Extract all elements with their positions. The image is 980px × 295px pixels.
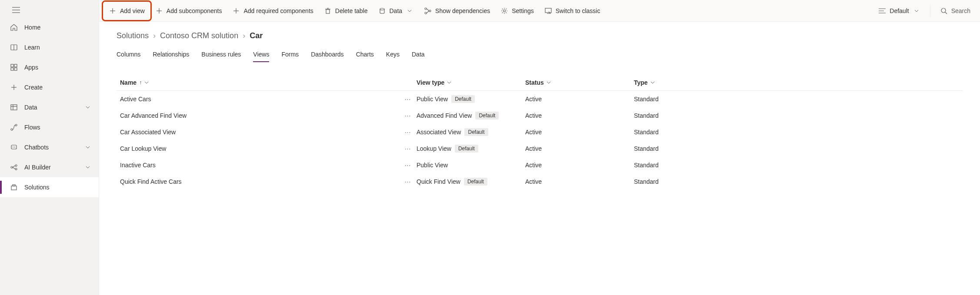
svg-rect-5 [11,64,13,67]
default-badge: Default [455,145,478,152]
svg-rect-8 [14,68,17,70]
row-more-button[interactable]: ··· [399,129,417,136]
col-header-viewtype[interactable]: View type [417,79,451,86]
sidebar-item-data[interactable]: Data [0,97,99,117]
table-row[interactable]: Quick Find Active Cars ··· Quick Find Vi… [117,173,963,190]
tab-dashboards[interactable]: Dashboards [311,48,344,62]
row-more-button[interactable]: ··· [399,178,417,185]
cell-name: Car Lookup View [117,145,399,152]
cell-status: Active [525,178,634,185]
col-type-label: Type [634,79,648,86]
tab-charts[interactable]: Charts [356,48,374,62]
svg-point-20 [15,165,17,166]
command-bar: Add view Add subcomponents Add required … [99,0,980,22]
sidebar-item-label: Home [24,24,90,31]
plus-icon [109,7,117,15]
sidebar-item-learn[interactable]: Learn [0,37,99,57]
sidebar-item-solutions[interactable]: Solutions [0,177,99,197]
chevron-down-icon [913,7,920,15]
cell-type: Standard [634,112,743,119]
hamburger-button[interactable] [0,3,99,17]
tab-forms[interactable]: Forms [281,48,299,62]
table-row[interactable]: Car Advanced Find View ··· Advanced Find… [117,107,963,124]
cmd-label: Add view [120,7,145,14]
sidebar-item-apps[interactable]: Apps [0,57,99,77]
svg-point-46 [941,8,946,13]
row-more-button[interactable]: ··· [399,96,417,103]
svg-rect-16 [11,145,17,149]
deps-icon [424,7,432,15]
cell-name: Active Cars [117,96,399,103]
cell-viewtype: Lookup View Default [417,145,525,152]
breadcrumb-contoso-crm-solution[interactable]: Contoso CRM solution [160,31,238,40]
data-button[interactable]: Data [374,3,418,19]
chevron-down-icon [86,166,90,169]
list-icon [878,7,886,15]
plus-icon [232,7,240,15]
svg-line-47 [945,12,947,14]
table-row[interactable]: Car Associated View ··· Associated View … [117,124,963,140]
table-row[interactable]: Inactive Cars ··· Public View Active Sta… [117,157,963,173]
default-badge: Default [475,112,499,119]
cmd-label: Data [390,7,403,14]
settings-button[interactable]: Settings [496,3,538,19]
cell-name: Quick Find Active Cars [117,178,399,185]
breadcrumb-separator: › [153,31,156,40]
tab-views[interactable]: Views [253,48,269,62]
home-icon [10,23,18,32]
col-header-name[interactable]: Name ↑ [120,79,149,86]
cell-name: Inactive Cars [117,162,399,169]
tab-relationships[interactable]: Relationships [153,48,189,62]
add-required-button[interactable]: Add required components [228,3,317,19]
sidebar-item-home[interactable]: Home [0,17,99,37]
tab-keys[interactable]: Keys [386,48,400,62]
cell-type: Standard [634,96,743,103]
cmd-label: Switch to classic [556,7,600,14]
row-more-button[interactable]: ··· [399,162,417,169]
chatbot-icon [10,143,18,152]
tab-columns[interactable]: Columns [117,48,140,62]
sidebar-item-chatbots[interactable]: Chatbots [0,137,99,157]
left-nav: Home Learn Apps Create Data Flows Chatbo… [0,0,99,295]
sidebar-item-create[interactable]: Create [0,77,99,97]
svg-point-18 [14,147,15,148]
breadcrumb-car: Car [250,31,263,40]
main-area: Add view Add subcomponents Add required … [99,0,980,295]
add-view-button[interactable]: Add view [104,3,149,19]
table-row[interactable]: Car Lookup View ··· Lookup View Default … [117,140,963,157]
sidebar-item-flows[interactable]: Flows [0,117,99,137]
switch-classic-button[interactable]: Switch to classic [540,3,605,19]
breadcrumb-solutions[interactable]: Solutions [117,31,149,40]
chevron-down-icon [144,81,149,84]
svg-rect-32 [326,10,330,13]
sidebar-item-label: Data [24,104,86,111]
show-deps-button[interactable]: Show dependencies [420,3,494,19]
app-root: Home Learn Apps Create Data Flows Chatbo… [0,0,980,295]
sidebar-item-label: AI Builder [24,164,86,171]
svg-rect-25 [13,185,15,186]
chevron-down-icon [86,106,90,109]
search-box[interactable]: Search [936,3,975,19]
add-subcomponents-button[interactable]: Add subcomponents [151,3,227,19]
tab-business-rules[interactable]: Business rules [201,48,241,62]
col-header-type[interactable]: Type [634,79,655,86]
default-badge: Default [464,128,488,136]
svg-point-19 [11,166,13,168]
col-header-status[interactable]: Status [525,79,551,86]
delete-table-button[interactable]: Delete table [320,3,372,19]
cell-viewtype: Quick Find View Default [417,178,525,186]
tab-data[interactable]: Data [412,48,425,62]
view-selector[interactable]: Default [874,3,924,19]
apps-icon [10,63,18,72]
solutions-icon [10,183,18,192]
sidebar-item-label: Learn [24,44,90,51]
row-more-button[interactable]: ··· [399,112,417,119]
cell-viewtype: Advanced Find View Default [417,112,525,119]
svg-rect-42 [545,8,551,13]
row-more-button[interactable]: ··· [399,145,417,152]
table-row[interactable]: Active Cars ··· Public View Default Acti… [117,91,963,107]
flow-icon [10,123,18,132]
svg-point-38 [429,10,431,12]
cell-type: Standard [634,162,743,169]
sidebar-item-ai-builder[interactable]: AI Builder [0,157,99,177]
